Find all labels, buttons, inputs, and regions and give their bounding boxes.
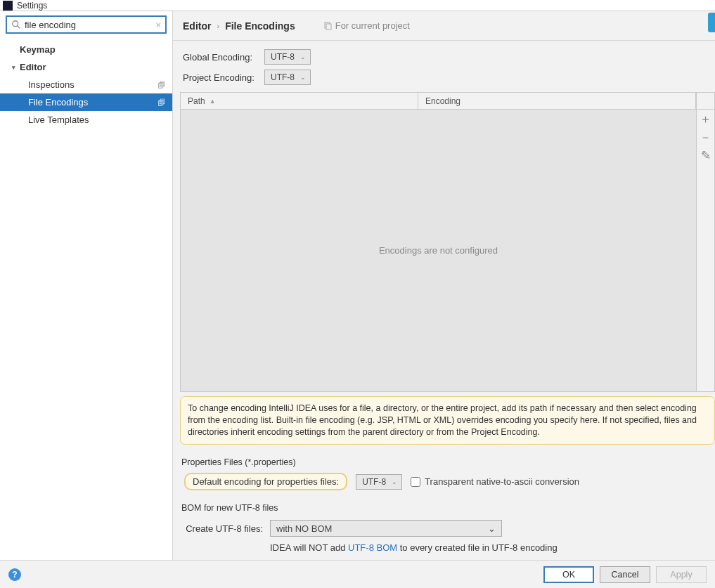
edit-button[interactable]: ✎ [697,146,714,164]
properties-section-label: Properties Files (*.properties) [180,457,715,467]
breadcrumb-parent[interactable]: Editor [183,20,211,32]
project-tag-text: For current project [335,20,410,31]
tree-label: Live Templates [28,115,89,125]
svg-line-1 [18,26,20,29]
tree-item-editor[interactable]: ▾ Editor [0,58,172,76]
window-title: Settings [17,1,47,11]
bom-section-label: BOM for new UTF-8 files [180,503,715,513]
search-input[interactable] [25,20,155,30]
search-icon [11,20,21,30]
bom-hint: IDEA will NOT add UTF-8 BOM to every cre… [180,542,715,553]
bom-dropdown[interactable]: with NO BOM ⌄ [270,520,502,537]
chevron-down-icon: ⌄ [392,478,397,485]
empty-text: Encodings are not configured [379,245,498,256]
breadcrumb-current: File Encodings [225,20,295,32]
svg-rect-3 [326,24,331,30]
help-button[interactable]: ? [8,568,21,581]
tree-label: File Encodings [28,97,88,107]
column-label: Encoding [425,96,460,106]
main-area: × Keymap ▾ Editor Inspections 🗐 File Enc… [0,11,715,560]
encoding-table: Path ▲ Encoding Encodings are not config… [180,92,715,392]
column-label: Path [188,96,205,106]
scope-icon: 🗐 [157,98,165,107]
column-path[interactable]: Path ▲ [181,93,418,109]
properties-encoding-dropdown[interactable]: UTF-8 ⌄ [356,474,402,490]
table-empty: Encodings are not configured [181,110,696,391]
tree-item-inspections[interactable]: Inspections 🗐 [0,76,172,93]
chevron-down-icon: ⌄ [488,523,496,534]
bom-create-label: Create UTF-8 files: [184,523,263,534]
footer: ? OK Cancel Apply [0,560,715,588]
chevron-down-icon: ▾ [8,64,18,71]
sidebar: × Keymap ▾ Editor Inspections 🗐 File Enc… [0,11,173,560]
project-tag: For current project [323,20,410,31]
chevron-down-icon: ⌄ [300,53,306,60]
scope-icon: 🗐 [157,81,165,89]
column-encoding[interactable]: Encoding [418,93,696,109]
settings-tree: Keymap ▾ Editor Inspections 🗐 File Encod… [0,38,172,129]
tree-item-live-templates[interactable]: Live Templates [0,111,172,129]
breadcrumb: Editor › File Encodings For current proj… [173,11,715,41]
search-box[interactable]: × [6,15,167,34]
dropdown-value: UTF-8 [271,52,295,62]
tree-label: Inspections [28,79,75,90]
clear-search-icon[interactable]: × [155,20,161,30]
dropdown-value: with NO BOM [276,523,332,534]
apply-button: Apply [656,566,707,583]
project-encoding-row: Project Encoding: UTF-8 ⌄ [180,68,715,87]
project-encoding-dropdown[interactable]: UTF-8 ⌄ [264,70,311,85]
table-tool-column: ＋ － ✎ [696,110,714,391]
hint-suffix: to every created file in UTF-8 encoding [397,542,558,553]
transparent-label: Transparent native-to-ascii conversion [425,476,579,487]
tree-label: Keymap [20,44,56,55]
info-box: To change encoding IntelliJ IDEA uses fo… [180,396,715,445]
tree-label: Editor [20,62,46,72]
sort-asc-icon: ▲ [210,98,216,105]
properties-row: Default encoding for properties files: U… [180,473,715,490]
ok-button[interactable]: OK [543,566,594,583]
tree-item-keymap[interactable]: Keymap [0,41,172,58]
dropdown-value: UTF-8 [271,72,295,82]
hint-prefix: IDEA will NOT add [270,542,348,553]
content-body: Global Encoding: UTF-8 ⌄ Project Encodin… [173,41,715,560]
global-encoding-label: Global Encoding: [183,52,264,63]
properties-default-label: Default encoding for properties files: [184,473,347,490]
side-tab-stub[interactable] [708,13,715,32]
bom-row: Create UTF-8 files: with NO BOM ⌄ [180,520,715,537]
project-encoding-label: Project Encoding: [183,72,264,83]
global-encoding-dropdown[interactable]: UTF-8 ⌄ [264,49,311,65]
bom-link[interactable]: UTF-8 BOM [348,542,397,553]
transparent-checkbox[interactable] [411,477,420,487]
table-body-wrap: Encodings are not configured ＋ － ✎ [181,110,714,391]
transparent-checkbox-wrap[interactable]: Transparent native-to-ascii conversion [411,476,579,487]
dropdown-value: UTF-8 [362,477,386,487]
cancel-button[interactable]: Cancel [600,566,650,583]
chevron-down-icon: ⌄ [300,74,306,81]
breadcrumb-separator: › [217,22,219,30]
global-encoding-row: Global Encoding: UTF-8 ⌄ [180,48,715,67]
info-text: To change encoding IntelliJ IDEA uses fo… [188,403,697,437]
project-scope-icon [323,22,332,30]
svg-point-0 [13,21,18,27]
table-header: Path ▲ Encoding [181,93,714,110]
title-bar: Settings [0,0,715,11]
search-row: × [0,11,172,38]
add-button[interactable]: ＋ [697,110,714,128]
remove-button[interactable]: － [697,128,714,146]
tree-item-file-encodings[interactable]: File Encodings 🗐 [0,93,172,111]
tool-col-header [696,93,714,109]
app-icon [3,1,13,11]
content: Editor › File Encodings For current proj… [173,11,715,560]
